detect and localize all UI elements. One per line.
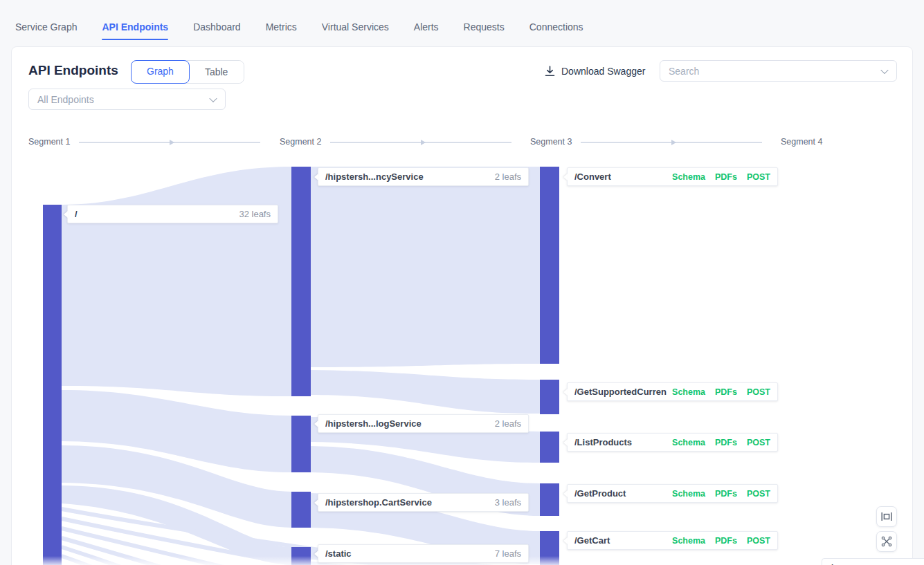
node-bar-get-supported-currencies	[540, 380, 559, 414]
segment-4-label: Segment 4	[781, 137, 822, 147]
node-bar-currency-service	[291, 167, 311, 396]
schema-link[interactable]: Schema	[672, 536, 705, 546]
segment-2-label: Segment 2	[280, 137, 321, 147]
node-card-static[interactable]: /static 7 leafs	[318, 544, 529, 563]
schema-link[interactable]: Schema	[672, 172, 705, 182]
api-endpoints-panel: API Endpoints Graph Table Download Swagg…	[11, 46, 913, 565]
node-leaf-count: 7 leafs	[495, 548, 521, 559]
node-actions: Schema PDFs POST	[672, 489, 770, 499]
node-caret	[314, 550, 318, 557]
node-caret	[563, 389, 568, 396]
toggle-graph-button[interactable]: Graph	[131, 60, 190, 84]
node-path: /	[75, 209, 233, 219]
post-link[interactable]: POST	[747, 489, 770, 499]
node-path: /hipstershop.CartService	[325, 497, 489, 508]
node-card-partial[interactable]: /	[822, 558, 924, 565]
node-bar-get-product	[540, 483, 559, 516]
tab-alerts[interactable]: Alerts	[414, 21, 439, 33]
post-link[interactable]: POST	[747, 536, 770, 546]
node-bar-catalog-service	[291, 416, 311, 472]
page-title: API Endpoints	[28, 63, 118, 78]
node-path: /GetProduct	[574, 488, 667, 499]
node-card-currency-service[interactable]: /hipstersh...ncyService 2 leafs	[318, 167, 529, 186]
node-path: /hipstersh...logService	[325, 418, 489, 429]
node-bar-cart-service	[291, 492, 311, 528]
node-leaf-count: 2 leafs	[495, 418, 521, 429]
pdfs-link[interactable]: PDFs	[715, 489, 737, 499]
expand-nodes-button[interactable]	[876, 531, 897, 552]
node-card-list-products[interactable]: /ListProducts Schema PDFs POST	[567, 433, 778, 452]
node-actions: Schema PDFs POST	[672, 387, 770, 397]
node-caret	[314, 499, 318, 506]
graph-table-toggle: Graph Table	[131, 60, 244, 84]
segment-arrow-line	[330, 142, 511, 143]
node-path: /GetCart	[574, 535, 667, 546]
node-card-convert[interactable]: /Convert Schema PDFs POST	[567, 167, 778, 186]
tab-api-endpoints[interactable]: API Endpoints	[102, 21, 168, 33]
node-caret	[563, 490, 568, 497]
node-leaf-count: 3 leafs	[495, 497, 521, 508]
chevron-down-icon	[209, 94, 217, 102]
tab-requests[interactable]: Requests	[464, 21, 505, 33]
node-path: /static	[325, 548, 489, 559]
tab-metrics[interactable]: Metrics	[266, 21, 297, 33]
node-bar-convert	[540, 167, 559, 364]
node-actions: Schema PDFs POST	[672, 172, 770, 182]
search-input[interactable]	[669, 66, 876, 77]
node-bar-root	[43, 205, 62, 565]
node-path: /ListProducts	[574, 437, 667, 447]
pdfs-link[interactable]: PDFs	[715, 387, 737, 397]
tab-virtual-services[interactable]: Virtual Services	[322, 21, 389, 33]
node-leaf-count: 2 leafs	[495, 172, 521, 182]
node-card-get-cart[interactable]: /GetCart Schema PDFs POST	[567, 531, 778, 550]
pdfs-link[interactable]: PDFs	[715, 172, 737, 182]
node-path: /Convert	[574, 172, 667, 182]
post-link[interactable]: POST	[747, 438, 770, 447]
segment-1-label: Segment 1	[28, 137, 70, 147]
post-link[interactable]: POST	[747, 387, 770, 397]
segment-3-label: Segment 3	[530, 137, 572, 147]
node-card-get-supported-currencies[interactable]: /GetSupportedCurrencies Schema PDFs POST	[567, 382, 778, 401]
pdfs-link[interactable]: PDFs	[715, 536, 737, 546]
download-swagger-button[interactable]: Download Swagger	[545, 66, 645, 77]
node-caret	[563, 537, 568, 544]
chevron-down-icon[interactable]	[880, 66, 888, 73]
tab-dashboard[interactable]: Dashboard	[193, 21, 241, 33]
tab-service-graph[interactable]: Service Graph	[15, 21, 77, 33]
node-path: /	[831, 562, 833, 565]
node-leaf-count: 32 leafs	[239, 209, 271, 219]
node-path: /hipstersh...ncyService	[325, 172, 489, 182]
search-combobox	[660, 60, 897, 82]
node-caret	[314, 174, 318, 180]
fit-view-icon	[881, 512, 892, 521]
node-caret	[64, 211, 68, 218]
node-caret	[563, 174, 568, 180]
schema-link[interactable]: Schema	[672, 438, 705, 447]
download-swagger-label: Download Swagger	[561, 66, 645, 77]
top-nav: Service Graph API Endpoints Dashboard Me…	[0, 0, 924, 39]
node-path: /GetSupportedCurrencies	[574, 387, 667, 397]
node-card-cart-service[interactable]: /hipstershop.CartService 3 leafs	[318, 493, 529, 512]
segment-arrow-line	[581, 142, 762, 143]
schema-link[interactable]: Schema	[672, 489, 705, 499]
endpoint-filter-value: All Endpoints	[37, 94, 94, 105]
post-link[interactable]: POST	[747, 172, 770, 182]
node-actions: Schema PDFs POST	[672, 536, 770, 546]
tab-connections[interactable]: Connections	[529, 21, 583, 33]
fit-view-button[interactable]	[876, 506, 897, 527]
pdfs-link[interactable]: PDFs	[715, 438, 737, 447]
node-actions: Schema PDFs POST	[672, 438, 770, 447]
toggle-table-button[interactable]: Table	[189, 61, 244, 83]
node-caret	[563, 439, 568, 446]
node-card-get-product[interactable]: /GetProduct Schema PDFs POST	[567, 484, 778, 503]
endpoint-filter-select[interactable]: All Endpoints	[28, 89, 226, 110]
sankey-graph	[12, 47, 914, 565]
node-card-catalog-service[interactable]: /hipstersh...logService 2 leafs	[318, 414, 529, 433]
schema-link[interactable]: Schema	[672, 387, 705, 397]
node-caret	[314, 420, 318, 427]
expand-nodes-icon	[881, 536, 892, 547]
node-card-root[interactable]: / 32 leafs	[67, 205, 278, 223]
node-bar-list-products	[540, 432, 559, 463]
download-icon	[545, 66, 555, 77]
segment-arrow-line	[79, 142, 260, 143]
